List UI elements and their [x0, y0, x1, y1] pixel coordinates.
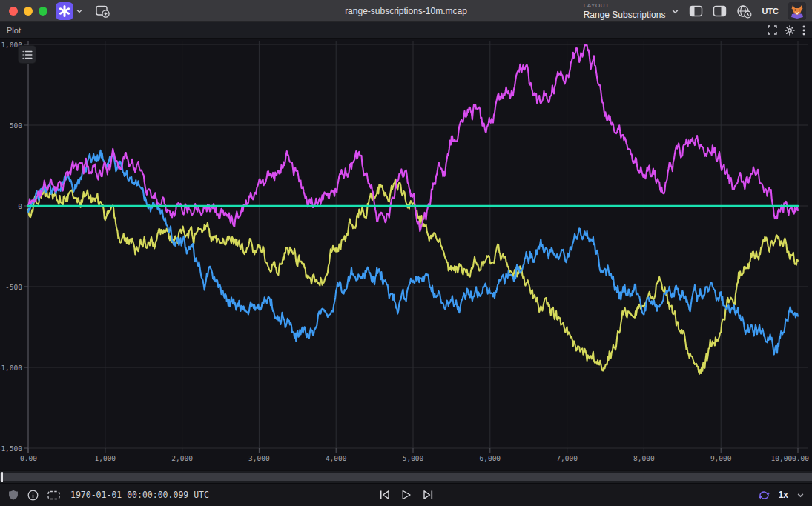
playback-speed[interactable]: 1x [779, 490, 788, 500]
svg-text:4,000: 4,000 [326, 454, 347, 462]
fox-avatar-image [788, 2, 806, 20]
app-window: range-subscriptions-10m.mcap LAYOUT Rang… [0, 0, 812, 506]
fullscreen-button[interactable] [768, 25, 777, 35]
loop-region-button[interactable] [47, 490, 60, 500]
svg-text:0: 0 [18, 202, 22, 210]
play-icon [401, 490, 411, 500]
panel-menu-button[interactable] [802, 25, 805, 36]
chevron-down-icon [671, 7, 679, 16]
minimize-window-button[interactable] [24, 7, 33, 16]
skip-to-end-icon [422, 490, 433, 500]
close-window-button[interactable] [9, 7, 18, 16]
repeat-toggle-button[interactable] [758, 490, 770, 501]
svg-text:-1,500: -1,500 [0, 445, 22, 453]
layout-label: LAYOUT [584, 3, 610, 9]
svg-text:0.00: 0.00 [20, 454, 37, 462]
plot-panel[interactable]: 1,0005000-500-1,000-1,5000.001,0002,0003… [0, 39, 812, 470]
repeat-loop-icon [758, 490, 770, 501]
source-info-button[interactable] [27, 490, 39, 501]
app-menu-button[interactable] [56, 2, 73, 20]
titlebar: range-subscriptions-10m.mcap LAYOUT Rang… [0, 0, 812, 22]
zoom-window-button[interactable] [39, 7, 47, 16]
tick-labels: 1,0005000-500-1,000-1,5000.001,0002,0003… [0, 41, 809, 463]
foxglove-logo-icon [59, 5, 70, 17]
svg-text:1,000: 1,000 [94, 454, 116, 462]
playback-bar: 1970-01-01 00:00:00.099 UTC [0, 483, 812, 506]
layout-name: Range Subscriptions [584, 10, 666, 19]
chevron-down-icon [796, 491, 805, 499]
skip-to-start-icon [379, 490, 390, 500]
app-menu-chevron[interactable] [76, 7, 83, 15]
timezone-globe-button[interactable] [736, 4, 752, 19]
info-circle-icon [27, 490, 39, 501]
right-sidebar-toggle[interactable] [713, 5, 727, 17]
dashed-rectangle-icon [47, 490, 60, 500]
panel-header: Plot [0, 22, 812, 39]
scrubber-track[interactable] [0, 473, 812, 481]
chevron-down-icon [76, 7, 83, 15]
seek-end-button[interactable] [422, 490, 433, 500]
panel-right-icon [713, 5, 727, 17]
legend-toggle-button[interactable] [19, 46, 36, 63]
shield-icon [8, 490, 19, 500]
seek-start-button[interactable] [379, 490, 390, 500]
play-button[interactable] [401, 490, 411, 500]
svg-text:3,000: 3,000 [248, 454, 270, 462]
kebab-menu-icon [802, 25, 805, 36]
data-source-button[interactable] [8, 490, 19, 500]
speed-dropdown-button[interactable] [796, 491, 805, 499]
panel-left-icon [689, 5, 703, 17]
svg-text:10,000.00: 10,000.00 [771, 454, 810, 462]
titlebar-right: LAYOUT Range Subscriptions [584, 0, 806, 22]
svg-text:-1,000: -1,000 [0, 364, 22, 372]
user-avatar[interactable] [788, 2, 806, 20]
svg-text:-500: -500 [5, 283, 22, 291]
svg-text:2,000: 2,000 [171, 454, 193, 462]
panel-settings-button[interactable] [785, 25, 795, 36]
add-panel-button[interactable] [95, 4, 110, 18]
playhead-marker[interactable] [1, 472, 3, 482]
svg-text:500: 500 [10, 121, 22, 130]
svg-text:6,000: 6,000 [479, 454, 501, 462]
panel-title[interactable]: Plot [0, 26, 21, 35]
traffic-lights [0, 7, 47, 16]
fullscreen-icon [768, 25, 777, 35]
svg-text:7,000: 7,000 [556, 454, 578, 462]
timezone-label[interactable]: UTC [762, 7, 779, 16]
timeline-scrubber[interactable] [0, 470, 812, 483]
layout-selector[interactable]: LAYOUT Range Subscriptions [584, 3, 680, 19]
add-panel-icon [95, 4, 110, 18]
svg-text:8,000: 8,000 [633, 454, 655, 462]
legend-list-icon [22, 50, 33, 59]
left-sidebar-toggle[interactable] [689, 5, 703, 17]
plot-chart[interactable]: 1,0005000-500-1,000-1,5000.001,0002,0003… [0, 39, 812, 470]
svg-text:5,000: 5,000 [403, 454, 424, 462]
gear-icon [785, 25, 795, 36]
svg-text:9,000: 9,000 [710, 454, 732, 462]
globe-clock-icon [736, 4, 752, 19]
playback-timestamp[interactable]: 1970-01-01 00:00:00.099 UTC [70, 490, 209, 500]
